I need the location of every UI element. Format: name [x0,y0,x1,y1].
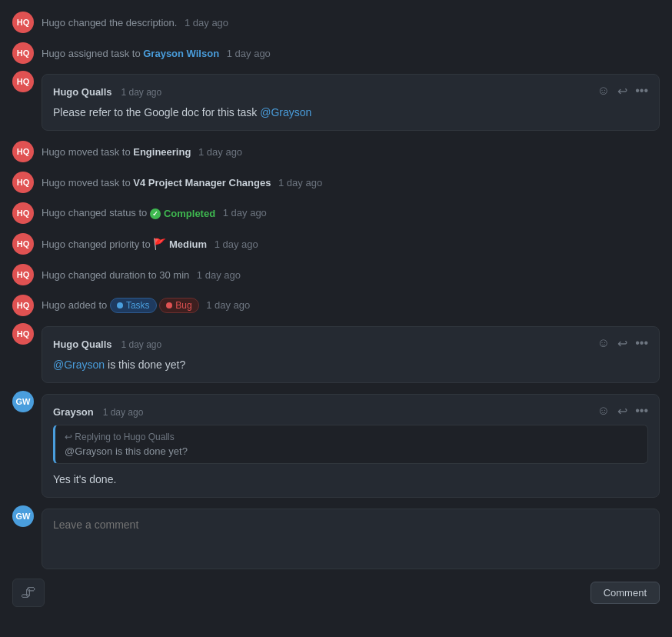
priority-flag: 🚩 [153,238,166,250]
comment-card: Hugo Qualls 1 day ago ☺ ↩ ••• @Grayson i… [42,326,660,383]
reply-block: ↩ Replying to Hugo Qualls @Grayson is th… [53,425,648,464]
timestamp: 1 day ago [185,17,228,28]
avatar: HQ [12,264,34,285]
comment-row: HQ Hugo Qualls 1 day ago ☺ ↩ ••• @Grayso… [12,323,660,386]
comment-author: Grayson [53,406,94,418]
comment-header: Hugo Qualls 1 day ago ☺ ↩ ••• [53,84,648,98]
reply-icon[interactable]: ↩ [617,404,627,419]
badge-tasks: Tasks [110,298,157,313]
bold-value: Engineering [133,146,191,158]
timestamp: 1 day ago [278,177,322,188]
bold-value: V4 Project Manager Changes [133,177,271,188]
priority-value: Medium [169,238,207,250]
status-icon: ✓ [150,208,161,219]
more-icon[interactable]: ••• [635,84,648,98]
activity-text: Hugo changed the description. 1 day ago [42,17,228,28]
activity-row: HQ Hugo moved task to V4 Project Manager… [12,168,660,197]
activity-text: Hugo assigned task to Grayson Wilson 1 d… [42,48,271,59]
comment-time: 1 day ago [121,339,161,350]
reply-to: ↩ Replying to Hugo Qualls [65,432,638,442]
comment-footer: 🖇 Comment [12,572,660,610]
comment-meta: Grayson 1 day ago [53,405,143,418]
reply-icon[interactable]: ↩ [617,84,627,98]
avatar: HQ [12,141,34,162]
avatar: HQ [12,12,34,33]
avatar: HQ [12,71,34,92]
comment-submit-button[interactable]: Comment [590,582,660,604]
comment-actions[interactable]: ☺ ↩ ••• [597,404,648,419]
reply-preview: @Grayson is this done yet? [65,445,638,457]
more-icon[interactable]: ••• [635,336,648,351]
timestamp: 1 day ago [223,207,267,218]
comment-time: 1 day ago [121,87,161,98]
activity-row: HQ Hugo changed status to ✓ Completed 1 … [12,198,660,228]
timestamp: 1 day ago [206,299,250,311]
comment-input-area [42,509,660,569]
assignee-name: Grayson Wilson [143,48,219,59]
activity-text: Hugo moved task to Engineering 1 day ago [42,146,242,158]
avatar: HQ [12,323,34,345]
activity-row: HQ Hugo added to Tasks Bug 1 day ago [12,291,660,320]
avatar: HQ [12,42,34,64]
comment-body: @Grayson is this done yet? [53,357,648,373]
comment-body: Yes it's done. [53,472,648,488]
comment-row: HQ Hugo Qualls 1 day ago ☺ ↩ ••• Please … [12,71,660,134]
activity-text: Hugo changed duration to 30 min 1 day ag… [42,269,241,281]
reaction-icon[interactable]: ☺ [597,336,610,351]
timestamp: 1 day ago [197,269,241,281]
mention: @Grayson [260,106,311,118]
avatar: HQ [12,295,34,316]
comment-header: Hugo Qualls 1 day ago ☺ ↩ ••• [53,336,648,351]
avatar: GW [12,391,34,412]
comment-time: 1 day ago [103,407,144,418]
comment-meta: Hugo Qualls 1 day ago [53,338,161,350]
mention: @Grayson [53,359,105,371]
comment-actions[interactable]: ☺ ↩ ••• [597,84,648,98]
activity-row: HQ Hugo assigned task to Grayson Wilson … [12,38,660,68]
avatar: HQ [12,172,34,193]
avatar: HQ [12,233,34,255]
reaction-icon[interactable]: ☺ [597,84,610,98]
comment-body: Please refer to the Google doc for this … [53,105,648,121]
comment-textarea[interactable] [53,519,648,557]
activity-row: HQ Hugo changed the description. 1 day a… [12,8,660,37]
more-icon[interactable]: ••• [635,404,648,419]
activity-row: HQ Hugo moved task to Engineering 1 day … [12,137,660,166]
timestamp: 1 day ago [215,238,258,250]
comment-author: Hugo Qualls [53,86,112,98]
timestamp: 1 day ago [198,146,242,158]
comment-input-row: GW [12,505,660,569]
activity-text: Hugo changed status to ✓ Completed 1 day… [42,207,267,220]
dot-icon [117,302,123,308]
activity-row: HQ Hugo changed duration to 30 min 1 day… [12,260,660,289]
status-completed: ✓ Completed [150,208,215,219]
comment-row: GW Grayson 1 day ago ☺ ↩ ••• ↩ Replying … [12,391,660,501]
reply-icon[interactable]: ↩ [617,336,627,351]
comment-meta: Hugo Qualls 1 day ago [53,85,161,98]
comment-card: Hugo Qualls 1 day ago ☺ ↩ ••• Please ref… [42,74,660,131]
timestamp: 1 day ago [227,48,271,59]
comment-header: Grayson 1 day ago ☺ ↩ ••• [53,404,648,419]
attach-button[interactable]: 🖇 [12,579,45,607]
comment-card: Grayson 1 day ago ☺ ↩ ••• ↩ Replying to … [42,394,660,498]
activity-row: HQ Hugo changed priority to 🚩 Medium 1 d… [12,229,660,258]
avatar: GW [12,505,34,527]
avatar: HQ [12,202,34,224]
badge-bug: Bug [159,298,198,313]
activity-text: Hugo added to Tasks Bug 1 day ago [42,298,250,313]
dot-icon [166,302,172,308]
activity-text: Hugo moved task to V4 Project Manager Ch… [42,177,322,188]
comment-actions[interactable]: ☺ ↩ ••• [597,336,648,351]
activity-text: Hugo changed priority to 🚩 Medium 1 day … [42,238,258,250]
reaction-icon[interactable]: ☺ [597,404,610,419]
activity-feed: HQ Hugo changed the description. 1 day a… [0,0,672,618]
comment-author: Hugo Qualls [53,339,112,350]
